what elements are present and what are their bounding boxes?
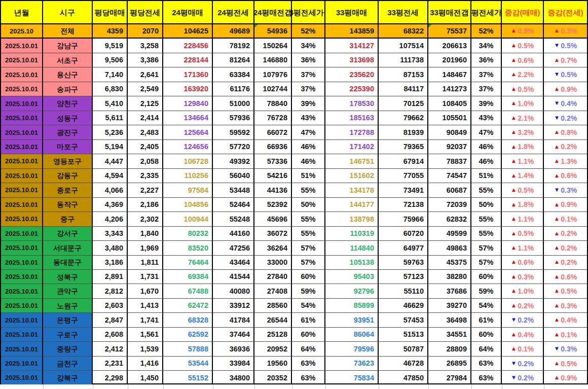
cell-p33_gap[interactable]: 206613 [428, 39, 471, 53]
cell-district[interactable]: 강남구 [43, 39, 93, 53]
cell-district[interactable]: 강서구 [43, 227, 93, 241]
cell-p33_sale[interactable]: 313698 [325, 53, 379, 67]
cell-p24_sale[interactable]: 97584 [163, 183, 213, 197]
cell-p33_sale[interactable]: 85899 [325, 299, 379, 313]
cell-p33_sale[interactable]: 225390 [325, 82, 379, 96]
cell-p33_ratio[interactable]: 64% [471, 342, 502, 356]
cell-p24_ratio[interactable]: 55% [292, 212, 325, 226]
cell-chg_jeonse[interactable]: ▲0.7% [544, 53, 587, 67]
cell-py_jeonse[interactable]: 3,386 [128, 53, 163, 67]
header-chg_sale[interactable]: 증감(매매) [502, 1, 544, 24]
cell-p24_gap[interactable]: 150264 [254, 39, 292, 53]
cell-district[interactable]: 영등포구 [43, 154, 93, 168]
cell-p24_jeonse[interactable]: 49392 [213, 154, 254, 168]
cell-p33_jeonse[interactable]: 67914 [379, 154, 428, 168]
cell-py_jeonse[interactable]: 1,670 [128, 284, 163, 298]
cell-date[interactable]: 2025.10.01 [1, 212, 43, 226]
cell-p24_gap[interactable]: 44136 [254, 183, 292, 197]
cell-p24_ratio[interactable]: 52% [292, 24, 325, 39]
cell-chg_sale[interactable]: ▲1.1% [502, 241, 544, 255]
cell-p24_jeonse[interactable]: 41784 [213, 313, 254, 327]
cell-py_jeonse[interactable]: 2,641 [128, 67, 163, 82]
cell-p33_gap[interactable]: 27984 [428, 371, 471, 385]
cell-p24_jeonse[interactable]: 47256 [213, 241, 254, 255]
cell-py_jeonse[interactable]: 1,416 [128, 357, 163, 371]
cell-p24_ratio[interactable]: 36% [292, 53, 325, 67]
cell-p24_gap[interactable]: 57336 [254, 154, 292, 168]
cell-p24_gap[interactable]: 107976 [254, 67, 292, 82]
cell-district[interactable]: 노원구 [43, 299, 93, 313]
cell-p33_jeonse[interactable]: 77055 [379, 169, 428, 183]
cell-chg_sale[interactable]: ▲3.2% [502, 125, 544, 139]
cell-py_jeonse[interactable]: 2,483 [128, 125, 163, 139]
cell-district[interactable]: 금천구 [43, 357, 93, 371]
header-p24_sale[interactable]: 24평매매 [163, 1, 213, 24]
cell-p33_ratio[interactable]: 36% [471, 53, 502, 67]
cell-district[interactable]: 동작구 [43, 198, 93, 212]
cell-p33_jeonse[interactable]: 51513 [379, 328, 428, 342]
cell-p33_sale[interactable]: 114840 [325, 241, 379, 255]
cell-district[interactable]: 중구 [43, 212, 93, 226]
cell-chg_jeonse[interactable]: ▲0.9% [544, 82, 587, 96]
cell-chg_sale[interactable]: ▲1.0% [502, 284, 544, 298]
cell-p24_jeonse[interactable]: 37464 [213, 328, 254, 342]
cell-p33_sale[interactable]: 75834 [325, 371, 379, 385]
cell-p33_gap[interactable]: 141273 [428, 82, 471, 96]
cell-p24_gap[interactable]: 45696 [254, 212, 292, 226]
cell-p33_ratio[interactable]: 54% [471, 299, 502, 313]
cell-chg_sale[interactable]: ▲1.0% [502, 96, 544, 111]
cell-p24_sale[interactable]: 110256 [163, 169, 213, 183]
cell-p33_jeonse[interactable]: 79365 [379, 140, 428, 154]
cell-p33_sale[interactable]: 95403 [325, 270, 379, 284]
cell-date[interactable]: 2025.10.01 [1, 371, 43, 385]
cell-p33_gap[interactable]: 39270 [428, 299, 471, 313]
header-p33_ratio[interactable]: 33평전세가율 [471, 1, 502, 24]
cell-p24_jeonse[interactable]: 33912 [213, 299, 254, 313]
cell-p33_ratio[interactable]: 55% [471, 227, 502, 241]
cell-p33_sale[interactable]: 93951 [325, 313, 379, 327]
cell-p24_ratio[interactable]: 54% [292, 299, 325, 313]
cell-py_jeonse[interactable]: 1,969 [128, 241, 163, 255]
cell-p24_ratio[interactable]: 59% [292, 284, 325, 298]
cell-district[interactable]: 성동구 [43, 111, 93, 125]
cell-p33_ratio[interactable]: 46% [471, 154, 502, 168]
cell-p33_gap[interactable]: 28809 [428, 342, 471, 356]
cell-chg_jeonse[interactable]: ▲0.5% [544, 357, 587, 371]
cell-chg_jeonse[interactable]: ▲0.4% [544, 313, 587, 327]
cell-p24_ratio[interactable]: 55% [292, 183, 325, 197]
cell-chg_sale[interactable]: ▼0.2% [502, 371, 544, 385]
cell-p24_ratio[interactable]: 47% [292, 125, 325, 139]
cell-p33_jeonse[interactable]: 107514 [379, 39, 428, 53]
cell-p33_sale[interactable]: 105138 [325, 256, 379, 270]
cell-p24_sale[interactable]: 57888 [163, 342, 213, 356]
cell-chg_sale[interactable]: ▲0.6% [502, 53, 544, 67]
cell-p33_sale[interactable]: 172788 [325, 125, 379, 139]
cell-chg_jeonse[interactable]: ▲0.2% [544, 140, 587, 154]
cell-py_sale[interactable]: 4,206 [93, 212, 128, 226]
cell-p33_sale[interactable]: 146751 [325, 154, 379, 168]
cell-chg_jeonse[interactable]: ▼0.5% [544, 39, 587, 53]
cell-p33_gap[interactable]: 148467 [428, 67, 471, 82]
cell-p33_sale[interactable]: 151602 [325, 169, 379, 183]
cell-p24_gap[interactable]: 33000 [254, 256, 292, 270]
cell-p33_ratio[interactable]: 63% [471, 371, 502, 385]
cell-chg_sale[interactable]: ▲0.6% [502, 256, 544, 270]
cell-district[interactable]: 송파구 [43, 82, 93, 96]
cell-chg_jeonse[interactable]: ▲0.1% [544, 212, 587, 226]
cell-p33_jeonse[interactable]: 57123 [379, 270, 428, 284]
cell-date[interactable]: 2025.10.01 [1, 241, 43, 255]
cell-p24_jeonse[interactable]: 44160 [213, 227, 254, 241]
cell-p24_gap[interactable]: 26544 [254, 313, 292, 327]
cell-p24_jeonse[interactable]: 36936 [213, 342, 254, 356]
cell-p33_jeonse[interactable]: 81939 [379, 125, 428, 139]
cell-py_jeonse[interactable]: 2070 [128, 24, 163, 39]
cell-p33_gap[interactable]: 75537 [428, 24, 471, 39]
cell-chg_sale[interactable]: ▲0.4% [502, 328, 544, 342]
cell-district[interactable]: 중랑구 [43, 342, 93, 356]
header-p33_jeonse[interactable]: 33평전세 [379, 1, 428, 24]
cell-py_jeonse[interactable]: 2,125 [128, 96, 163, 111]
cell-p24_sale[interactable]: 129840 [163, 96, 213, 111]
cell-chg_jeonse[interactable]: ▲0.2% [544, 241, 587, 255]
cell-chg_sale[interactable]: ▲1.1% [502, 154, 544, 168]
cell-p24_ratio[interactable]: 50% [292, 198, 325, 212]
